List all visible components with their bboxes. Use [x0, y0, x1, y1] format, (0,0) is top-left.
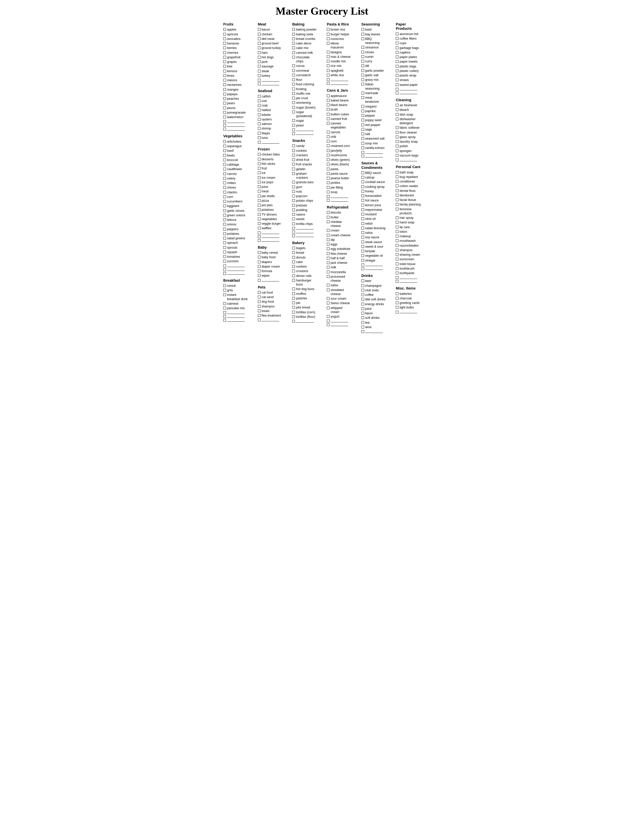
blank-line[interactable]	[223, 124, 248, 127]
list-item[interactable]: formula	[258, 269, 283, 273]
list-item[interactable]: aluminum foil	[396, 32, 421, 36]
list-item[interactable]: watermelon	[223, 115, 248, 119]
checkbox[interactable]	[361, 132, 364, 135]
checkbox[interactable]	[258, 82, 261, 85]
checkbox[interactable]	[396, 226, 399, 228]
checkbox[interactable]	[258, 132, 261, 135]
list-item[interactable]: toilet tissue	[396, 262, 421, 266]
list-item[interactable]: pastries	[292, 296, 317, 301]
list-item[interactable]: pizza	[258, 199, 283, 203]
list-item[interactable]: instant breakfast drink	[223, 293, 248, 301]
checkbox[interactable]	[327, 74, 330, 77]
list-item[interactable]: yeast	[292, 124, 317, 127]
checkbox[interactable]	[396, 171, 399, 174]
checkbox[interactable]	[292, 181, 295, 183]
checkbox[interactable]	[361, 55, 364, 58]
list-item[interactable]: pretzels	[292, 203, 317, 207]
checkbox[interactable]	[361, 284, 364, 287]
list-item[interactable]: garlic salt	[361, 73, 386, 77]
list-item[interactable]: meat tenderizer	[361, 96, 386, 104]
list-item[interactable]: muffin mix	[292, 92, 317, 96]
checkbox[interactable]	[223, 265, 226, 267]
checkbox[interactable]	[292, 320, 295, 323]
list-item[interactable]: chocolate chips	[292, 55, 317, 64]
list-item[interactable]: bananas	[223, 42, 248, 45]
checkbox[interactable]	[223, 218, 226, 221]
list-item[interactable]: peanut butter	[327, 176, 352, 180]
checkbox[interactable]	[327, 261, 330, 264]
checkbox[interactable]	[223, 172, 226, 175]
checkbox[interactable]	[292, 28, 295, 31]
list-item[interactable]: salsa	[327, 283, 352, 287]
list-item[interactable]: brown rice	[327, 27, 352, 32]
checkbox[interactable]	[223, 65, 226, 68]
blank-line[interactable]	[396, 310, 421, 314]
checkbox[interactable]	[327, 78, 330, 81]
list-item[interactable]: pickles	[327, 181, 352, 185]
checkbox[interactable]	[396, 297, 399, 300]
list-item[interactable]: club soda	[361, 288, 386, 292]
checkbox[interactable]	[396, 180, 399, 183]
blank-line[interactable]	[223, 268, 248, 271]
list-item[interactable]: broccoli	[223, 158, 248, 162]
blank-line[interactable]	[258, 318, 283, 321]
blank-line[interactable]	[292, 319, 317, 323]
blank-line[interactable]	[292, 230, 317, 233]
checkbox[interactable]	[223, 177, 226, 180]
checkbox[interactable]	[258, 162, 261, 165]
checkbox[interactable]	[292, 190, 295, 193]
list-item[interactable]: baby food	[258, 255, 283, 259]
checkbox[interactable]	[327, 266, 330, 269]
list-item[interactable]: bullion cubes	[327, 113, 352, 116]
list-item[interactable]: sugar	[292, 119, 317, 123]
list-item[interactable]: bacon	[258, 27, 283, 32]
checkbox[interactable]	[327, 37, 330, 40]
list-item[interactable]: chives	[223, 185, 248, 190]
checkbox[interactable]	[292, 132, 295, 135]
checkbox[interactable]	[396, 175, 399, 178]
checkbox[interactable]	[396, 32, 399, 35]
checkbox[interactable]	[223, 70, 226, 72]
checkbox[interactable]	[223, 195, 226, 198]
list-item[interactable]: crab	[258, 103, 283, 108]
checkbox[interactable]	[223, 60, 226, 63]
checkbox[interactable]	[396, 117, 399, 121]
list-item[interactable]: grapefruit	[223, 55, 248, 60]
list-item[interactable]: tortillas (flour)	[292, 315, 317, 319]
checkbox[interactable]	[223, 128, 226, 130]
list-item[interactable]: chili	[327, 135, 352, 139]
checkbox[interactable]	[292, 42, 295, 45]
list-item[interactable]: pie filling	[327, 185, 352, 190]
checkbox[interactable]	[327, 199, 330, 202]
list-item[interactable]: dog food	[258, 300, 283, 304]
list-item[interactable]: greeting cards	[396, 301, 421, 305]
list-item[interactable]: pudding	[292, 208, 317, 212]
list-item[interactable]: oysters	[258, 117, 283, 121]
checkbox[interactable]	[292, 292, 295, 295]
checkbox[interactable]	[292, 92, 295, 95]
checkbox[interactable]	[258, 296, 261, 298]
checkbox[interactable]	[258, 279, 261, 282]
checkbox[interactable]	[361, 204, 364, 206]
checkbox[interactable]	[361, 33, 364, 35]
list-item[interactable]: peppers	[223, 227, 248, 231]
list-item[interactable]: baking powder	[292, 27, 317, 32]
list-item[interactable]: shaving cream	[396, 252, 421, 257]
list-item[interactable]: plums	[223, 106, 248, 110]
blank-line[interactable]	[223, 120, 248, 123]
list-item[interactable]: grapes	[223, 60, 248, 64]
checkbox[interactable]	[396, 292, 399, 295]
checkbox[interactable]	[327, 69, 330, 72]
list-item[interactable]: treats	[258, 309, 283, 313]
blank-line[interactable]	[258, 140, 283, 144]
checkbox[interactable]	[396, 189, 399, 192]
list-item[interactable]: kiwi	[223, 64, 248, 68]
list-item[interactable]: pie crust	[292, 96, 317, 100]
checkbox[interactable]	[361, 190, 364, 193]
list-item[interactable]: ice cream	[258, 176, 283, 180]
list-item[interactable]: pancake mix	[223, 306, 248, 310]
checkbox[interactable]	[292, 231, 295, 233]
list-item[interactable]: broth	[327, 108, 352, 112]
list-item[interactable]: floor cleaner	[396, 130, 421, 135]
list-item[interactable]: nectarines	[223, 83, 248, 87]
